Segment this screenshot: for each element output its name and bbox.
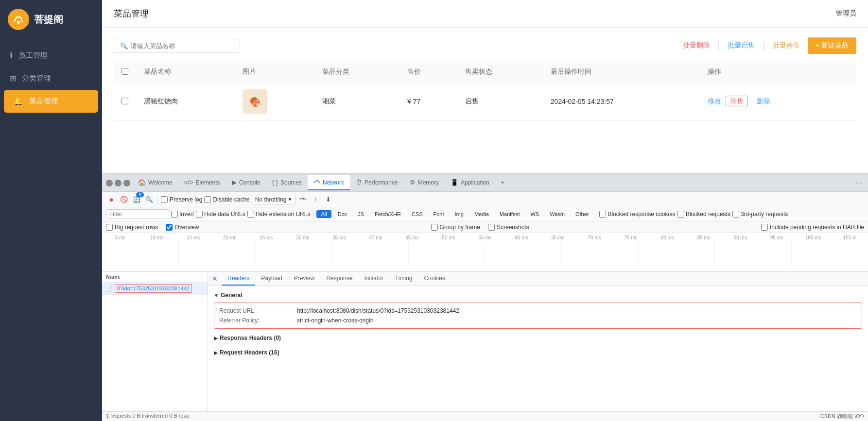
sidebar: 菩提阁 ℹ 员工管理 ⊞ 分类管理 🔔 菜品管理 [0, 0, 102, 421]
th-img: 图片 [235, 62, 314, 83]
detail-close-button[interactable]: ✕ [212, 275, 218, 283]
general-info-box: Request URL: http://localhost:8080/dish/… [214, 303, 862, 329]
devtools-control-3[interactable]: ✕ [123, 180, 130, 186]
filter-doc[interactable]: Doc [333, 210, 352, 218]
sidebar-logo: 菩提阁 [0, 0, 102, 39]
tab-elements[interactable]: </> Elements [178, 176, 226, 190]
detail-tab-initiator[interactable]: Initiator [358, 272, 389, 286]
tab-network[interactable]: Network [308, 175, 350, 190]
sidebar-item-dish[interactable]: 🔔 菜品管理 [4, 90, 98, 113]
clear-button[interactable]: 🚫 [119, 194, 129, 205]
search-dt-button[interactable]: 🔍 [144, 194, 155, 205]
devtools-more[interactable]: ⋯ [852, 177, 866, 188]
tab-memory[interactable]: ⚙ Memory [404, 176, 445, 190]
overview-checkbox[interactable]: Overview [166, 224, 199, 231]
search-input[interactable] [131, 42, 234, 50]
hide-data-urls-checkbox[interactable]: Hide data URLs [196, 211, 245, 218]
home-icon: 🏠 [138, 179, 146, 186]
big-rows-checkbox[interactable]: Big request rows [106, 224, 158, 231]
edit-button[interactable]: 修改 [708, 97, 721, 105]
upload-icon[interactable]: ↑ [310, 194, 321, 205]
detail-content: ▼ General Request URL: http://localhost:… [208, 286, 868, 411]
detail-tab-headers[interactable]: Headers [222, 272, 255, 286]
filter-manifest[interactable]: Manifest [495, 210, 524, 218]
tab-welcome[interactable]: 🏠 Welcome [132, 176, 178, 190]
filter-ws[interactable]: WS [526, 210, 543, 218]
table-header-row: 菜品名称 图片 菜品分类 售价 售卖状态 最后操作时间 操作 [114, 62, 856, 83]
sidebar-item-category[interactable]: ⊞ 分类管理 [0, 67, 102, 90]
preserve-log-checkbox[interactable]: Preserve log [161, 196, 202, 203]
timeline-labels: 5 ms 10 ms 15 ms 20 ms 25 ms 30 ms 35 ms… [102, 233, 868, 240]
tab-application[interactable]: 📱 Application [445, 176, 495, 190]
response-headers-header[interactable]: ▶ Response Headers (0) [214, 333, 862, 343]
filter-img[interactable]: Img [451, 210, 468, 218]
th-status: 售卖状态 [457, 62, 542, 83]
delete-button[interactable]: 删除 [757, 97, 770, 105]
referrer-policy-row: Referrer Policy: strict-origin-when-cros… [219, 316, 857, 325]
sidebar-menu: ℹ 员工管理 ⊞ 分类管理 🔔 菜品管理 [0, 39, 102, 421]
fetch-badge-icon[interactable]: 🔄 8 [131, 194, 142, 205]
select-all-checkbox[interactable] [122, 68, 128, 75]
download-icon[interactable]: ⬇ [323, 194, 333, 205]
filter-wasm[interactable]: Wasm [545, 210, 569, 218]
include-pending-checkbox[interactable]: Include pending requests in HAR file [761, 224, 864, 231]
tab-sources[interactable]: { } Sources [266, 176, 308, 190]
filter-font[interactable]: Font [429, 210, 449, 218]
general-section: ▼ General Request URL: http://localhost:… [214, 290, 862, 329]
memory-icon: ⚙ [410, 179, 416, 186]
detail-tab-response[interactable]: Response [320, 272, 358, 286]
detail-tab-cookies[interactable]: Cookies [418, 272, 451, 286]
detail-tab-payload[interactable]: Payload [255, 272, 288, 286]
third-party-checkbox[interactable]: 3rd-party requests [732, 211, 788, 218]
devtools-timeline: 5 ms 10 ms 15 ms 20 ms 25 ms 30 ms 35 ms… [102, 233, 868, 272]
filter-js[interactable]: JS [353, 210, 368, 218]
toolbar-separator-1 [157, 196, 158, 203]
tab-console[interactable]: ▶ Console [226, 176, 266, 190]
row-checkbox[interactable] [122, 98, 128, 104]
devtools-detail-panel: ✕ Headers Payload Preview Response Initi… [208, 272, 868, 411]
throttling-select[interactable]: No throttling ▼ [252, 195, 296, 204]
filter-input[interactable] [106, 209, 169, 219]
detail-tab-preview[interactable]: Preview [288, 272, 321, 286]
tab-performance[interactable]: ⏱ Performance [350, 176, 404, 190]
console-icon: ▶ [232, 179, 237, 186]
screenshots-checkbox[interactable]: Screenshots [488, 224, 529, 231]
row-img: 🍖 [235, 83, 314, 121]
batch-delete-button[interactable]: 批量删除 [683, 41, 710, 50]
devtools-control-1[interactable]: ⬛ [106, 180, 113, 186]
window-controls: ⬛ ◻ ✕ [104, 178, 132, 188]
blocked-requests-checkbox[interactable]: Blocked requests [677, 211, 730, 218]
hide-ext-urls-checkbox[interactable]: Hide extension URLs [247, 211, 311, 218]
response-headers-title: Response Headers (0) [220, 335, 281, 341]
record-button[interactable]: ● [106, 194, 117, 205]
filter-other[interactable]: Other [571, 210, 593, 218]
statusbar-right: CSDN @嗯嗯 \O^/ [820, 413, 864, 420]
batch-enable-button[interactable]: 批量启售 [728, 41, 755, 50]
invert-checkbox[interactable]: Invert [171, 211, 194, 218]
filter-all[interactable]: All [316, 210, 331, 218]
sidebar-item-employee[interactable]: ℹ 员工管理 [0, 44, 102, 67]
requests-list-header: Name [102, 272, 208, 282]
batch-stop-button[interactable]: 批量停售 [773, 41, 800, 50]
new-dish-button[interactable]: + 新建菜品 [808, 37, 856, 54]
search-box[interactable]: 🔍 [114, 39, 240, 53]
devtools-control-2[interactable]: ◻ [115, 180, 122, 186]
logo-text: 菩提阁 [34, 13, 63, 26]
request-headers-header[interactable]: ▶ Request Headers (16) [214, 347, 862, 358]
stop-button[interactable]: 停售 [726, 96, 748, 106]
filter-media[interactable]: Media [470, 210, 493, 218]
tab-add[interactable]: + [495, 176, 510, 190]
disable-cache-checkbox[interactable]: Disable cache [204, 196, 249, 203]
blocked-cookies-checkbox[interactable]: Blocked response cookies [599, 211, 675, 218]
fetch-badge: 8 [136, 192, 144, 197]
general-section-header[interactable]: ▼ General [214, 290, 862, 301]
request-item[interactable]: 📄 0?ids=1753253103032381442 [102, 282, 208, 295]
th-checkbox [114, 62, 136, 83]
group-by-frame-checkbox[interactable]: Group by frame [431, 224, 480, 231]
th-name: 菜品名称 [136, 62, 235, 83]
detail-tab-timing[interactable]: Timing [389, 272, 418, 286]
filter-fetch[interactable]: Fetch/XHR [370, 210, 405, 218]
wifi-icon[interactable] [297, 194, 308, 205]
filter-css[interactable]: CSS [407, 210, 427, 218]
svg-point-0 [11, 12, 26, 27]
